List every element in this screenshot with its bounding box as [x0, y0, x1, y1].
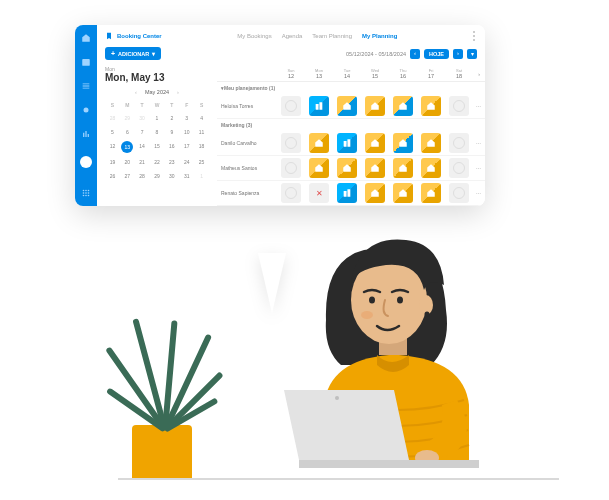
calendar-day[interactable]: 31 — [179, 169, 194, 183]
calendar-day[interactable]: 30 — [135, 111, 150, 125]
planning-slot[interactable] — [417, 156, 445, 180]
blank-tile[interactable] — [281, 96, 301, 116]
planning-slot[interactable] — [277, 94, 305, 118]
calendar-day[interactable]: 24 — [179, 155, 194, 169]
tab-my-planning[interactable]: My Planning — [362, 33, 397, 39]
calendar-day[interactable]: 15 — [150, 139, 165, 155]
add-button[interactable]: + ADICIONAR ▾ — [105, 47, 161, 60]
planning-slot[interactable] — [305, 156, 333, 180]
home-tile[interactable] — [421, 96, 441, 116]
calendar-day[interactable]: 28 — [135, 169, 150, 183]
calendar-day[interactable]: 26 — [105, 169, 120, 183]
planning-slot[interactable] — [333, 131, 361, 155]
calendar-day[interactable]: 3 — [179, 111, 194, 125]
calendar-day[interactable]: 8 — [150, 125, 165, 139]
prev-week-button[interactable]: ‹ — [410, 49, 420, 59]
apps-icon[interactable] — [81, 188, 91, 198]
next-week-button[interactable]: › — [453, 49, 463, 59]
planning-slot[interactable] — [333, 94, 361, 118]
calendar-day[interactable]: 11 — [194, 125, 209, 139]
calendar-day[interactable]: 1 — [150, 111, 165, 125]
planning-slot[interactable] — [277, 156, 305, 180]
today-button[interactable]: HOJE — [424, 49, 449, 59]
blank-tile[interactable] — [281, 133, 301, 153]
home-tile[interactable] — [309, 158, 329, 178]
planning-slot[interactable] — [389, 156, 417, 180]
planning-slot[interactable] — [417, 131, 445, 155]
calendar-day[interactable]: 23 — [164, 155, 179, 169]
calendar-day[interactable]: 17 — [179, 139, 194, 155]
calendar-grid[interactable]: SMTWTFS282930123456789101112131415161718… — [105, 99, 209, 183]
chart-icon[interactable] — [81, 129, 91, 139]
planning-slot[interactable] — [305, 131, 333, 155]
row-menu-icon[interactable]: ⋯ — [473, 103, 485, 109]
more-menu-icon[interactable] — [473, 31, 477, 41]
home-tile[interactable] — [309, 133, 329, 153]
calendar-day[interactable]: 12 — [105, 139, 120, 155]
home-blue-tile[interactable] — [393, 96, 413, 116]
calendar-day[interactable]: 29 — [150, 169, 165, 183]
calendar-day[interactable]: 21 — [135, 155, 150, 169]
calendar-day[interactable]: 28 — [105, 111, 120, 125]
home-tile[interactable] — [421, 133, 441, 153]
calendar-day[interactable]: 4 — [194, 111, 209, 125]
calendar-day[interactable]: 14 — [135, 139, 150, 155]
calendar-day[interactable]: 27 — [120, 169, 135, 183]
calendar-day[interactable]: 29 — [120, 111, 135, 125]
cal-prev-month[interactable]: ‹ — [135, 89, 137, 95]
office-tile[interactable] — [309, 96, 329, 116]
planning-slot[interactable] — [445, 131, 473, 155]
blank-tile[interactable] — [449, 158, 469, 178]
planning-slot[interactable] — [277, 131, 305, 155]
scroll-right-icon[interactable]: › — [473, 66, 485, 81]
home-tile[interactable] — [421, 158, 441, 178]
planning-slot[interactable] — [305, 94, 333, 118]
calendar-day[interactable]: 16 — [164, 139, 179, 155]
planning-slot[interactable] — [361, 131, 389, 155]
blank-tile[interactable] — [449, 96, 469, 116]
planning-slot[interactable] — [445, 94, 473, 118]
home-tile[interactable] — [365, 96, 385, 116]
calendar-day[interactable]: 7 — [135, 125, 150, 139]
calendar-day[interactable]: 30 — [164, 169, 179, 183]
home-tile[interactable] — [365, 133, 385, 153]
planning-slot[interactable] — [389, 131, 417, 155]
home-blue-tile[interactable] — [337, 96, 357, 116]
planning-slot[interactable] — [361, 156, 389, 180]
user-avatar-icon[interactable] — [80, 156, 92, 168]
row-menu-icon[interactable]: ⋯ — [473, 190, 485, 196]
calendar-icon[interactable] — [81, 57, 91, 67]
planning-slot[interactable] — [417, 94, 445, 118]
tab-team-planning[interactable]: Team Planning — [312, 33, 352, 39]
calendar-day[interactable]: 13 — [121, 141, 133, 153]
row-menu-icon[interactable]: ⋯ — [473, 140, 485, 146]
home-tile[interactable] — [337, 158, 357, 178]
planning-slot[interactable] — [333, 156, 361, 180]
home-icon[interactable] — [81, 33, 91, 43]
planning-slot[interactable] — [389, 94, 417, 118]
group-label[interactable]: Marketing (3) — [217, 119, 485, 131]
calendar-day[interactable]: 22 — [150, 155, 165, 169]
location-icon[interactable] — [81, 105, 91, 115]
group-label[interactable]: ▾Meu planejamento (1) — [217, 82, 485, 94]
calendar-day[interactable]: 25 — [194, 155, 209, 169]
calendar-day[interactable]: 6 — [120, 125, 135, 139]
home-blue-tile[interactable] — [393, 133, 413, 153]
calendar-day[interactable]: 1 — [194, 169, 209, 183]
blank-tile[interactable] — [281, 158, 301, 178]
calendar-day[interactable]: 9 — [164, 125, 179, 139]
calendar-day[interactable]: 20 — [120, 155, 135, 169]
office-tile[interactable] — [337, 133, 357, 153]
calendar-day[interactable]: 10 — [179, 125, 194, 139]
blank-tile[interactable] — [449, 133, 469, 153]
tab-my-bookings[interactable]: My Bookings — [237, 33, 271, 39]
row-menu-icon[interactable]: ⋯ — [473, 165, 485, 171]
home-tile[interactable] — [393, 158, 413, 178]
calendar-day[interactable]: 18 — [194, 139, 209, 155]
view-mode-button[interactable]: ▾ — [467, 49, 477, 59]
date-range-label[interactable]: 05/12/2024 - 05/18/2024 — [346, 51, 406, 57]
calendar-day[interactable]: 19 — [105, 155, 120, 169]
planning-slot[interactable] — [445, 156, 473, 180]
tab-agenda[interactable]: Agenda — [282, 33, 303, 39]
cal-next-month[interactable]: › — [177, 89, 179, 95]
